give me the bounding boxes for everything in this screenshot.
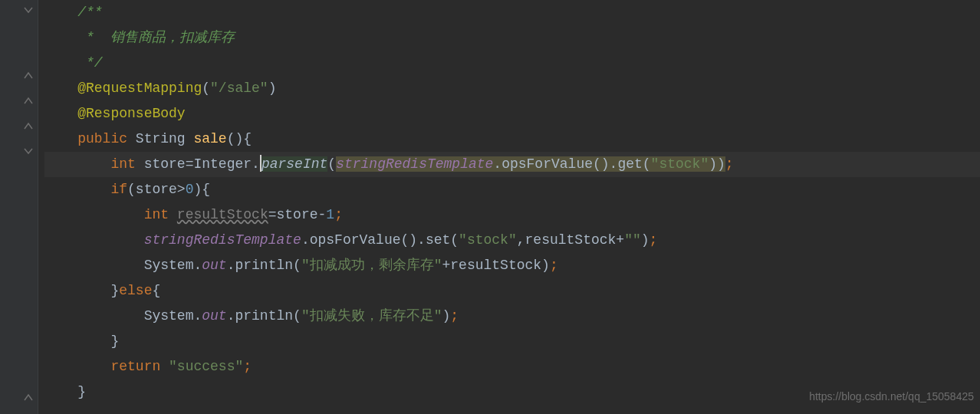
brace: }	[77, 334, 119, 349]
annotation: @ResponseBody	[77, 106, 185, 121]
number: 1	[326, 207, 334, 222]
method-name: sale	[193, 131, 226, 146]
indent	[77, 156, 110, 172]
code-line[interactable]: stringRedisTemplate.opsForValue().set("s…	[44, 228, 980, 253]
paren: )	[268, 80, 277, 96]
semicolon: ;	[334, 207, 343, 222]
concat: ,resultStock+	[517, 232, 624, 248]
fold-collapse-icon[interactable]	[23, 6, 34, 17]
static-field: out	[202, 258, 226, 273]
fold-close-icon[interactable]	[23, 391, 34, 402]
comment-text: */	[77, 55, 102, 71]
fold-close-icon[interactable]	[23, 120, 34, 130]
code-line[interactable]: if(store>0){	[44, 177, 980, 202]
indent	[77, 359, 110, 374]
code-line[interactable]: System.out.println("扣减成功，剩余库存"+resultSto…	[44, 253, 980, 278]
type: String	[136, 131, 194, 146]
code-line[interactable]: }else{	[44, 278, 980, 304]
string-literal: "扣减成功，剩余库存"	[301, 258, 442, 273]
keyword: else	[119, 283, 152, 298]
comment-cjk: 销售商品，扣减库存	[110, 30, 235, 45]
code-line[interactable]: int resultStock=store-1;	[44, 202, 980, 228]
keyword: int	[110, 156, 143, 172]
keyword: public	[77, 131, 136, 146]
fold-collapse-icon[interactable]	[23, 147, 34, 158]
comment-text: *	[77, 30, 110, 45]
semicolon: ;	[725, 156, 734, 172]
annotation: @RequestMapping	[77, 80, 202, 96]
code-line[interactable]: @ResponseBody	[44, 101, 980, 127]
indent	[77, 232, 143, 248]
concat: +resultStock)	[442, 258, 549, 273]
string-literal: "stock"	[651, 156, 709, 172]
keyword: if	[110, 182, 127, 197]
paren: ))	[709, 156, 725, 172]
semicolon: ;	[450, 308, 459, 324]
brace: }	[77, 283, 119, 298]
condition: (store>	[127, 182, 186, 197]
unused-variable: resultStock	[177, 207, 268, 222]
comment-text: /**	[77, 5, 102, 20]
code-line[interactable]: System.out.println("扣减失败，库存不足");	[44, 304, 980, 329]
method-call: .println(	[227, 258, 301, 273]
watermark-text: https://blog.csdn.net/qq_15058425	[809, 384, 974, 409]
paren: (	[202, 80, 210, 96]
code-line[interactable]: public String sale(){	[44, 127, 980, 152]
code-editor[interactable]: /** * 销售商品，扣减库存 */ @RequestMapping("/sal…	[38, 0, 980, 405]
indent: System.	[77, 308, 202, 324]
code-line[interactable]: */	[44, 51, 980, 76]
paren: (	[327, 156, 336, 172]
fold-close-icon[interactable]	[23, 69, 34, 80]
static-field: out	[202, 308, 226, 324]
paren: (){	[227, 131, 252, 146]
string-literal: "/sale"	[210, 80, 268, 96]
keyword: int	[144, 207, 177, 222]
method-chain: .opsForValue().get(	[493, 156, 650, 172]
string-literal: "success"	[169, 359, 243, 374]
field-ref: stringRedisTemplate	[336, 156, 493, 172]
semicolon: ;	[550, 258, 558, 273]
method-chain: .opsForValue().set(	[301, 232, 459, 248]
code-line[interactable]: return "success";	[44, 354, 980, 380]
brace: ){	[193, 182, 210, 197]
assignment: =store-	[268, 207, 327, 222]
string-literal: ""	[624, 232, 641, 248]
brace: }	[77, 384, 86, 399]
identifier: store=Integer.	[144, 156, 260, 172]
code-line-active[interactable]: int store=Integer.parseInt(stringRedisTe…	[44, 152, 980, 177]
code-line[interactable]: * 销售商品，扣减库存	[44, 25, 980, 51]
paren: )	[641, 232, 649, 248]
number: 0	[186, 182, 194, 197]
string-literal: "扣减失败，库存不足"	[301, 308, 442, 324]
field-ref: stringRedisTemplate	[144, 232, 301, 248]
indent: System.	[77, 258, 202, 273]
brace: {	[152, 283, 160, 298]
semicolon: ;	[243, 359, 252, 374]
paren: )	[442, 308, 450, 324]
string-literal: "stock"	[459, 232, 517, 248]
code-line[interactable]: @RequestMapping("/sale")	[44, 76, 980, 101]
indent	[77, 182, 110, 197]
editor-gutter	[0, 0, 38, 414]
code-line[interactable]: }	[44, 329, 980, 354]
indent	[77, 207, 143, 222]
method-call: .println(	[227, 308, 301, 324]
semicolon: ;	[649, 232, 658, 248]
static-method: parseInt	[261, 156, 327, 172]
code-line[interactable]: /**	[44, 0, 980, 25]
fold-close-icon[interactable]	[23, 94, 34, 105]
keyword: return	[110, 359, 169, 374]
